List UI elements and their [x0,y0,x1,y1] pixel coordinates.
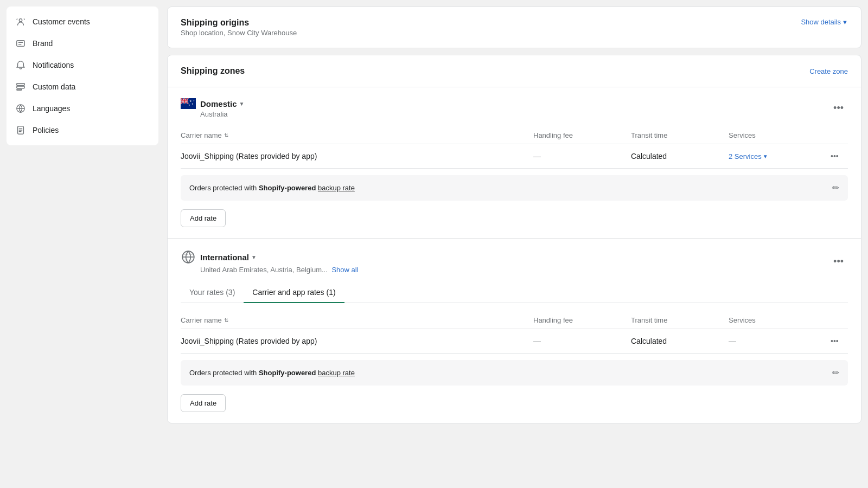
services-header: Services [729,131,826,139]
table-row: Joovii_Shipping (Rates provided by app) … [181,144,848,169]
sidebar-item-policies[interactable]: Policies [7,119,158,141]
sort-icon: ⇅ [224,132,228,138]
intl-protection-edit-icon[interactable]: ✏ [832,368,839,378]
services-link-button[interactable]: 2 Services ▼ [729,152,826,160]
international-rate-table: Carrier name ⇅ Handling fee Transit time… [181,312,848,354]
services-cell: 2 Services ▼ [729,152,826,160]
carrier-name-header: Carrier name ⇅ [181,131,533,139]
shipping-zones-card: Shipping zones Create zone [167,55,861,423]
svg-rect-3 [17,86,24,88]
intl-transit-time-cell: Calculated [631,337,729,345]
international-tabs: Your rates (3) Carrier and app rates (1) [181,282,848,303]
international-zone-name[interactable]: International ▼ [200,253,257,262]
sidebar-item-custom-data[interactable]: Custom data [7,76,158,98]
international-table-header: Carrier name ⇅ Handling fee Transit time… [181,312,848,329]
international-zone-section: International ▼ United Arab Emirates, Au… [168,239,861,423]
zones-title: Shipping zones [181,66,245,76]
domestic-zone-section: ★ ★ ★ ★ Domestic ▼ Australia ••• [168,87,861,239]
languages-icon [15,103,26,114]
intl-backup-rate-link[interactable]: backup rate [318,369,355,377]
origins-title: Shipping origins [181,18,297,28]
intl-carrier-name-header: Carrier name ⇅ [181,316,533,324]
intl-services-header: Services [729,316,826,324]
sidebar-label-customer-events: Customer events [33,17,90,26]
intl-row-actions-cell: ••• [826,337,848,345]
domestic-zone-name[interactable]: Domestic ▼ [200,99,244,108]
sidebar-item-customer-events[interactable]: Customer events [7,11,158,33]
intl-rate-more-options-button[interactable]: ••• [826,335,843,348]
handling-fee-header: Handling fee [533,131,631,139]
domestic-rate-table: Carrier name ⇅ Handling fee Transit time… [181,127,848,169]
rate-more-options-button[interactable]: ••• [826,150,843,163]
zones-section-header: Shipping zones Create zone [168,55,861,87]
domestic-add-rate-button[interactable]: Add rate [181,209,226,227]
notifications-icon [15,60,26,70]
domestic-more-options-button[interactable]: ••• [829,100,848,116]
domestic-title-row: ★ ★ ★ ★ Domestic ▼ [181,98,244,109]
svg-text:★: ★ [188,104,190,106]
international-protection-banner: Orders protected with Shopify-powered ba… [181,360,848,386]
shipping-origins-section: Shipping origins Shop location, Snow Cit… [168,7,861,48]
protection-edit-icon[interactable]: ✏ [832,183,839,193]
main-content: Shipping origins Shop location, Snow Cit… [158,0,868,488]
international-zone-header: International ▼ United Arab Emirates, Au… [181,249,848,274]
table-row: Joovii_Shipping (Rates provided by app) … [181,329,848,354]
intl-services-cell: — [729,337,826,345]
origins-subtitle: Shop location, Snow City Warehouse [181,29,297,37]
transit-time-cell: Calculated [631,152,729,160]
international-zone-title-area: International ▼ United Arab Emirates, Au… [181,249,359,274]
sidebar-item-languages[interactable]: Languages [7,98,158,119]
show-all-button[interactable]: Show all [331,266,358,274]
globe-icon [181,249,196,265]
show-details-button[interactable]: Show details ▼ [801,18,848,26]
domestic-country: Australia [181,110,244,118]
sidebar-item-brand[interactable]: Brand [7,33,158,54]
sidebar-label-policies: Policies [33,126,59,134]
backup-rate-link[interactable]: backup rate [318,184,355,192]
international-add-rate-button[interactable]: Add rate [181,394,226,412]
international-title-row: International ▼ [181,249,359,265]
domestic-zone-header: ★ ★ ★ ★ Domestic ▼ Australia ••• [181,98,848,118]
brand-icon [15,38,26,49]
domestic-chevron-icon: ▼ [239,101,245,107]
international-countries: United Arab Emirates, Austria, Belgium..… [181,266,359,274]
domestic-zone-title-area: ★ ★ ★ ★ Domestic ▼ Australia [181,98,244,118]
tab-carrier-app-rates[interactable]: Carrier and app rates (1) [244,282,344,303]
services-chevron-icon: ▼ [763,153,768,159]
sidebar-label-languages: Languages [33,104,70,113]
carrier-name-cell: Joovii_Shipping (Rates provided by app) [181,152,533,160]
sidebar-item-notifications[interactable]: Notifications [7,54,158,76]
transit-time-header: Transit time [631,131,729,139]
intl-carrier-name-cell: Joovii_Shipping (Rates provided by app) [181,337,533,345]
svg-rect-1 [17,41,24,47]
intl-transit-time-header: Transit time [631,316,729,324]
intl-actions-header [826,316,848,324]
svg-text:★: ★ [192,102,194,105]
origins-header: Shipping origins Shop location, Snow Cit… [181,18,848,37]
international-more-options-button[interactable]: ••• [829,254,848,269]
domestic-table-header: Carrier name ⇅ Handling fee Transit time… [181,127,848,144]
intl-protection-text: Orders protected with Shopify-powered ba… [189,369,355,377]
chevron-down-icon: ▼ [842,19,848,25]
sidebar-label-custom-data: Custom data [33,82,75,91]
international-chevron-icon: ▼ [251,254,257,260]
actions-header [826,131,848,139]
customer-events-icon [15,16,26,27]
protection-text: Orders protected with Shopify-powered ba… [189,184,355,192]
sidebar-label-notifications: Notifications [33,61,74,69]
create-zone-button[interactable]: Create zone [809,67,848,75]
policies-icon [15,125,26,136]
svg-point-0 [19,19,22,22]
svg-rect-2 [17,84,24,86]
australia-flag-icon: ★ ★ ★ ★ [181,98,196,109]
svg-text:★: ★ [193,100,195,102]
origins-title-group: Shipping origins Shop location, Snow Cit… [181,18,297,37]
domestic-protection-banner: Orders protected with Shopify-powered ba… [181,175,848,201]
tab-your-rates[interactable]: Your rates (3) [181,282,244,303]
row-actions-cell: ••• [826,152,848,160]
shipping-origins-card: Shipping origins Shop location, Snow Cit… [167,7,861,48]
sidebar: Customer events Brand Notifications [7,7,158,145]
custom-data-icon [15,81,26,92]
intl-sort-icon: ⇅ [224,317,228,323]
handling-fee-cell: — [533,152,631,160]
